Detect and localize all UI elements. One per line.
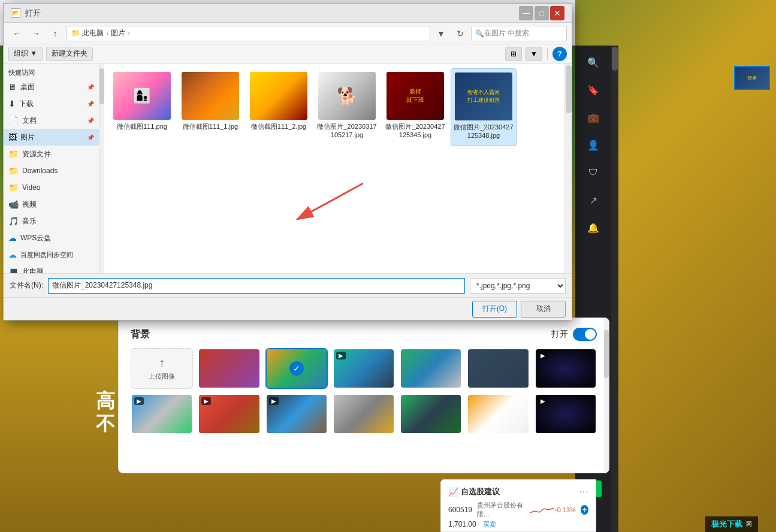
bell-icon[interactable]: 🔔 xyxy=(584,218,603,237)
settings-header: 背景 打开 xyxy=(131,328,597,341)
stock-buy-sell-link[interactable]: 买卖 xyxy=(483,521,496,528)
bg-thumb-11[interactable] xyxy=(400,394,462,434)
dialog-title-icon: 📂 xyxy=(11,8,20,18)
file-item-4[interactable]: 🐕 微信图片_20230317105217.jpg xyxy=(314,68,380,146)
dialog-minimize-button[interactable]: — xyxy=(519,6,533,20)
sidebar-item-music[interactable]: 🎵 音乐 xyxy=(4,213,99,229)
upload-label: 上传图像 xyxy=(149,372,175,381)
organize-button[interactable]: 组织 ▼ xyxy=(8,47,43,61)
person-icon[interactable]: 👤 xyxy=(584,135,603,155)
video-badge-2: ▶ xyxy=(538,352,548,359)
dialog-back-button[interactable]: ← xyxy=(8,25,25,42)
search-box[interactable]: 🔍 在图片 中搜索 xyxy=(471,26,567,41)
browser-scrollbar[interactable] xyxy=(611,46,618,532)
image-couple: 👩‍👦 xyxy=(113,72,171,120)
bg-thumb-13[interactable]: ▶ xyxy=(535,394,597,434)
bg-thumb-1[interactable] xyxy=(198,348,260,389)
refresh-button[interactable]: ↻ xyxy=(452,25,469,42)
music-icon: 🎵 xyxy=(8,216,19,226)
sidebar-label-downloads-en: Downloads xyxy=(22,167,58,175)
file-item-6-selected[interactable]: 智者不入霸河打工建设祖国 微信图片_20230427125348.jpg xyxy=(451,68,517,146)
stock-add-button[interactable]: + xyxy=(581,505,588,515)
shield-icon[interactable]: 🛡 xyxy=(584,163,603,182)
sidebar-label-wps-cloud: WPS云盘 xyxy=(20,233,51,243)
dialog-close-button[interactable]: ✕ xyxy=(550,6,564,20)
sidebar-item-desktop[interactable]: 🖥 桌面 📌 xyxy=(4,78,99,95)
file-item-2[interactable]: 微信截图111_1.jpg xyxy=(177,68,243,146)
bg-thumb-2-selected[interactable]: ✓ xyxy=(265,348,328,389)
dropdown-button[interactable]: ▼ xyxy=(433,25,449,42)
stock-price: 1,701.00 xyxy=(448,520,476,528)
dialog-maximize-button[interactable]: □ xyxy=(535,6,549,20)
bg-thumb-9[interactable]: ▶ xyxy=(265,394,328,434)
sidebar-item-downloads[interactable]: ⬇ 下载 📌 xyxy=(4,95,99,112)
sidebar-item-baidu-sync[interactable]: ☁ 百度网盘同步空间 xyxy=(4,246,99,263)
dialog-nav-bar: ← → ↑ 📁 此电脑 › 图片 › ▼ ↻ 🔍 在图片 中搜索 xyxy=(4,23,572,44)
video-icon: 📹 xyxy=(8,200,19,209)
upload-image-button[interactable]: ↑ 上传图像 xyxy=(131,348,193,389)
file-thumb-4: 🐕 xyxy=(318,72,376,120)
filename-label: 文件名(N): xyxy=(10,280,43,291)
view-dropdown-button[interactable]: ▼ xyxy=(526,47,542,61)
filetype-select[interactable]: *.jpeg,*.jpg,*.png xyxy=(470,278,566,294)
file-dialog: 📂 打开 — □ ✕ ← → ↑ 📁 此电脑 › 图片 › ▼ ↻ 🔍 在图片 … xyxy=(3,3,572,321)
stock-menu-icon[interactable]: ⋯ xyxy=(579,486,588,497)
not-char: 不 xyxy=(96,412,115,435)
open-button[interactable]: 打开(O) xyxy=(472,301,517,318)
bg-thumb-4[interactable] xyxy=(400,348,462,389)
dialog-up-button[interactable]: ↑ xyxy=(47,25,64,42)
download-icon: ⬇ xyxy=(8,99,16,108)
stock-code: 600519 xyxy=(448,506,472,514)
file-item-3[interactable]: 微信截图111_2.jpg xyxy=(246,68,312,146)
new-folder-button[interactable]: 新建文件夹 xyxy=(46,47,93,61)
bg-thumb-3[interactable]: ▶ xyxy=(333,348,395,389)
bg-thumb-10[interactable] xyxy=(333,394,395,434)
view-toggle-button[interactable]: ⊞ xyxy=(505,47,522,61)
stock-price-row: 1,701.00 买卖 xyxy=(448,520,588,529)
share-icon[interactable]: ↗ xyxy=(584,191,603,210)
sidebar-item-this-computer[interactable]: 💻 此电脑 xyxy=(4,263,99,273)
file-item-1[interactable]: 👩‍👦 微信截图111.png xyxy=(109,68,175,146)
bg-thumb-8[interactable]: ▶ xyxy=(198,394,260,434)
sidebar-item-videos-cn[interactable]: 📹 视频 xyxy=(4,196,99,213)
bg-thumb-6[interactable]: ▶ xyxy=(535,348,597,389)
search-placeholder: 在图片 中搜索 xyxy=(484,28,529,38)
file-item-5[interactable]: 坚持就下班 微信图片_20230427125345.jpg xyxy=(382,68,448,146)
file-name-5: 微信图片_20230427125345.jpg xyxy=(385,122,446,140)
high-char: 高 xyxy=(96,389,115,412)
grid-scrollbar[interactable] xyxy=(564,64,572,273)
panel-scrollbar[interactable] xyxy=(604,318,609,473)
sidebar-item-pictures[interactable]: 🖼 图片 📌 xyxy=(4,129,99,146)
bookmark-icon[interactable]: 🔖 xyxy=(584,80,603,99)
cancel-button[interactable]: 取消 xyxy=(521,301,566,318)
sidebar-item-downloads-folder[interactable]: 📁 Downloads xyxy=(4,162,99,179)
bg-thumb-7[interactable]: ▶ xyxy=(131,394,193,434)
filename-input[interactable] xyxy=(48,278,465,294)
toggle-switch[interactable] xyxy=(573,328,597,341)
sidebar-item-documents[interactable]: 📄 文档 📌 xyxy=(4,112,99,129)
zoom-icon[interactable]: 🔍 xyxy=(584,53,603,72)
sidebar-item-resources[interactable]: 📁 资源文件 xyxy=(4,146,99,162)
help-button[interactable]: ? xyxy=(552,47,567,61)
dialog-forward-button[interactable]: → xyxy=(28,25,44,42)
settings-title: 背景 xyxy=(131,328,150,341)
upload-arrow-icon: ↑ xyxy=(159,356,165,370)
sidebar-item-wps-cloud[interactable]: ☁ WPS云盘 xyxy=(4,229,99,246)
breadcrumb-bar[interactable]: 📁 此电脑 › 图片 › xyxy=(66,26,430,41)
sidebar-label-video: Video xyxy=(22,183,40,192)
sidebar-label-videos-cn: 视频 xyxy=(22,200,37,210)
stock-chart-mini: -0.13% xyxy=(530,504,576,516)
cloud-icon-baidu: ☁ xyxy=(8,250,17,259)
sidebar-scrollbar[interactable] xyxy=(99,64,104,273)
thumbnail-row-1: ↑ 上传图像 ✓ ▶ ▶ xyxy=(131,348,597,389)
video-badge: ▶ xyxy=(336,352,346,359)
new-folder-label: 新建文件夹 xyxy=(52,49,87,59)
sidebar-label-documents: 文档 xyxy=(22,116,37,126)
bg-thumb-12[interactable] xyxy=(467,394,529,434)
video-badge-3: ▶ xyxy=(134,397,144,405)
bg-thumb-5[interactable] xyxy=(467,348,529,389)
dialog-toolbar: 组织 ▼ 新建文件夹 ⊞ ▼ ? xyxy=(4,44,572,64)
wallet-icon[interactable]: 💼 xyxy=(584,108,603,127)
sidebar-item-video[interactable]: 📁 Video xyxy=(4,179,99,196)
cloud-icon-wps: ☁ xyxy=(8,233,17,243)
